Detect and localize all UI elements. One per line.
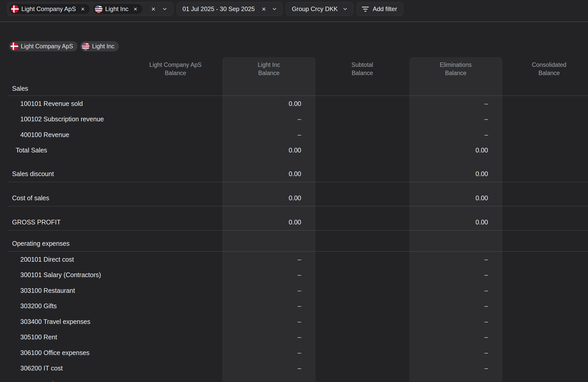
table-row[interactable]: Cost of sales 0.000.00: [0, 190, 588, 206]
chevron-down-icon[interactable]: [162, 6, 168, 12]
row-label: Operating expenses: [0, 240, 129, 247]
filter-bar: Light Company ApS ✕ Light Inc ✕ ✕ 01 Jul…: [0, 0, 588, 22]
add-filter-button[interactable]: Add filter: [356, 2, 403, 16]
chevron-down-icon[interactable]: [272, 6, 277, 12]
row-label: Total Sales: [0, 147, 129, 154]
denmark-flag-icon: [11, 42, 18, 50]
row-label: 400100 Revenue: [0, 131, 129, 139]
close-icon[interactable]: ✕: [260, 6, 267, 12]
table-row[interactable]: 303200 Gifts ––: [0, 298, 588, 314]
row-label: 303400 Travel expenses: [0, 318, 129, 325]
table-row[interactable]: 200101 Direct cost ––: [0, 252, 588, 267]
cell: –: [409, 380, 503, 381]
column-header-consolidated: Consolidated Balance: [502, 57, 588, 82]
chevron-down-icon[interactable]: [342, 6, 348, 12]
column-header-metric: Balance: [316, 69, 409, 77]
cell: 0.00: [409, 194, 503, 202]
row-divider: [8, 230, 588, 231]
cell: –: [409, 349, 503, 357]
date-filter[interactable]: 01 Jul 2025 - 30 Sep 2025 ✕: [177, 2, 283, 16]
column-header-eliminations: Eliminations Balance: [409, 57, 503, 82]
currency-filter[interactable]: Group Crcy DKK: [286, 2, 353, 16]
table-row[interactable]: 400100 Revenue ––: [0, 127, 588, 143]
company-filter-chips: Light Company ApS ✕ Light Inc ✕: [10, 4, 142, 14]
column-header-company: Light Inc: [222, 61, 316, 69]
company-tag-label: Light Company ApS: [21, 43, 73, 50]
table-row[interactable]: 100101 Revenue sold 0.00–: [0, 96, 588, 112]
cell: 0.00: [222, 147, 316, 154]
cell: –: [222, 256, 316, 263]
company-filter-chip-label: Light Company ApS: [21, 5, 76, 13]
cell: –: [222, 131, 316, 139]
column-header-metric: Balance: [129, 69, 222, 77]
cell: –: [222, 380, 316, 381]
cell: –: [409, 318, 503, 325]
row-divider: [8, 95, 588, 96]
table-row[interactable]: 300101 Salary (Contractors) ––: [0, 267, 588, 283]
company-tag-label: Light Inc: [92, 43, 114, 50]
row-label: 305100 Rent: [0, 333, 129, 341]
table-row[interactable]: 100102 Subscription revenue ––: [0, 112, 588, 127]
table-row[interactable]: 306300 Software cost ––: [0, 376, 588, 381]
column-header-light-company-aps: Light Company ApS Balance: [129, 57, 222, 82]
company-filter[interactable]: Light Company ApS ✕ Light Inc ✕ ✕: [7, 2, 173, 16]
cell: –: [409, 256, 503, 263]
cell: 0.00: [222, 194, 316, 202]
company-filter-chip[interactable]: Light Company ApS ✕: [10, 4, 90, 14]
table-row[interactable]: Operating expenses: [0, 236, 588, 251]
cell: –: [222, 365, 316, 372]
company-filter-chip[interactable]: Light Inc ✕: [93, 4, 142, 14]
table-row[interactable]: Sales: [0, 82, 588, 95]
cell: –: [222, 271, 316, 279]
cell: 0.00: [222, 219, 316, 226]
column-header-company: Eliminations: [409, 61, 503, 69]
row-label: 306300 Software cost: [0, 380, 129, 381]
row-label: 306200 IT cost: [0, 365, 129, 372]
column-header-metric: Balance: [222, 69, 316, 77]
cell: –: [222, 115, 316, 123]
column-header-metric: Balance: [502, 69, 588, 77]
row-label: Sales discount: [0, 170, 129, 178]
column-header-company: Light Company ApS: [129, 61, 222, 69]
cell: –: [409, 100, 503, 107]
cell: –: [222, 333, 316, 341]
filter-icon: [362, 7, 369, 12]
row-label: Cost of sales: [0, 194, 129, 202]
table-row[interactable]: 305100 Rent ––: [0, 330, 588, 345]
table-row[interactable]: Total Sales 0.000.00: [0, 143, 588, 158]
cell: –: [409, 287, 503, 294]
company-tag[interactable]: Light Inc: [80, 41, 119, 51]
column-header-light-inc: Light Inc Balance: [222, 57, 316, 82]
row-label: 200101 Direct cost: [0, 256, 129, 263]
column-header-company: Subtotal: [316, 61, 409, 69]
add-filter-label: Add filter: [373, 5, 397, 13]
currency-filter-label: Group Crcy DKK: [292, 5, 338, 13]
table-row[interactable]: 303100 Restaurant ––: [0, 283, 588, 298]
row-divider: [8, 206, 588, 206]
cell: –: [409, 365, 503, 372]
cell: –: [222, 318, 316, 325]
cell: –: [222, 302, 316, 310]
date-filter-label: 01 Jul 2025 - 30 Sep 2025: [182, 5, 255, 13]
row-label: Sales: [0, 85, 129, 92]
row-label: GROSS PROFIT: [0, 219, 129, 226]
table-body: Sales 100101 Revenue sold 0.00– 100102 S…: [0, 82, 588, 381]
clear-company-filter-icon[interactable]: ✕: [150, 6, 157, 12]
cell: 0.00: [409, 170, 503, 178]
row-label: 303200 Gifts: [0, 302, 129, 310]
cell: –: [409, 271, 503, 279]
column-header-company: Consolidated: [502, 61, 588, 69]
close-icon[interactable]: ✕: [132, 6, 139, 12]
table-row[interactable]: GROSS PROFIT 0.000.00: [0, 214, 588, 230]
table-row[interactable]: 303400 Travel expenses ––: [0, 314, 588, 330]
cell: 0.00: [222, 100, 316, 107]
company-tag[interactable]: Light Company ApS: [9, 41, 78, 51]
us-flag-icon: [95, 5, 103, 13]
table-row[interactable]: Sales discount 0.000.00: [0, 166, 588, 182]
us-flag-icon: [82, 42, 89, 50]
table-row[interactable]: 306100 Office expenses ––: [0, 345, 588, 361]
column-header-subtotal: Subtotal Balance: [316, 57, 409, 82]
table-row[interactable]: 306200 IT cost ––: [0, 361, 588, 376]
cell: –: [409, 333, 503, 341]
close-icon[interactable]: ✕: [79, 6, 86, 12]
